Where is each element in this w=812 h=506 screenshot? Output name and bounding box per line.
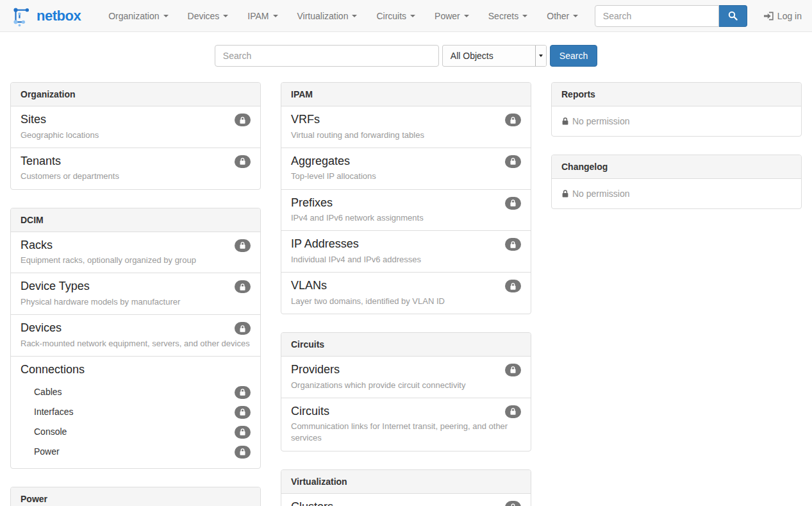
nav-item-power[interactable]: Power [425, 0, 479, 32]
lock-badge [505, 155, 521, 168]
chevron-down-icon [163, 15, 169, 17]
lock-badge [505, 501, 521, 506]
chevron-down-icon [223, 15, 228, 17]
sign-in-icon [764, 12, 774, 21]
sub-item-console[interactable]: Console [21, 422, 251, 442]
reports-no-permission: No permission [552, 106, 801, 136]
lock-badge [505, 364, 521, 376]
netbox-logo-icon [10, 5, 32, 27]
item-title: Aggregates [291, 155, 350, 169]
column-right: Reports No permission Changelog No permi… [551, 82, 802, 227]
navbar-menu: Organization Devices IPAM Virtualization… [99, 0, 588, 32]
panel-heading-power: Power [11, 487, 260, 506]
nav-item-devices[interactable]: Devices [178, 0, 238, 32]
no-permission-label: No permission [572, 189, 629, 199]
item-desc: Virtual routing and forwarding tables [291, 130, 521, 141]
panel-ipam: IPAM VRFs Virtual routing and forwarding… [281, 82, 531, 314]
lock-badge [235, 280, 251, 293]
item-title: Racks [21, 239, 53, 253]
nav-item-virtualization[interactable]: Virtualization [288, 0, 367, 32]
list-item-device-types[interactable]: Device Types Physical hardware models by… [11, 273, 260, 314]
lock-badge [235, 426, 251, 439]
lock-icon [561, 189, 569, 198]
login-label: Log in [777, 11, 802, 21]
panel-heading-virtualization: Virtualization [281, 470, 531, 494]
item-desc: Customers or departments [21, 171, 251, 182]
nav-item-ipam[interactable]: IPAM [238, 0, 287, 32]
list-item-sites[interactable]: Sites Geographic locations [11, 106, 260, 148]
connections-sub-list: Cables Interfaces Console Power [21, 382, 251, 462]
lock-badge [235, 446, 251, 459]
object-type-selected-value: All Objects [443, 51, 535, 61]
navbar: netbox Organization Devices IPAM Virtual… [0, 0, 812, 32]
list-item-vlans[interactable]: VLANs Layer two domains, identified by V… [281, 272, 531, 314]
chevron-down-icon [522, 15, 527, 17]
nav-item-secrets[interactable]: Secrets [479, 0, 537, 32]
lock-badge [235, 386, 251, 399]
lock-badge [505, 280, 521, 292]
panel-virtualization: Virtualization Clusters [281, 469, 531, 506]
global-search-bar: All Objects Search [0, 45, 812, 67]
no-permission-label: No permission [572, 116, 629, 126]
list-item-aggregates[interactable]: Aggregates Top-level IP allocations [281, 148, 531, 189]
item-title: Devices [21, 321, 62, 335]
list-item-ip-addresses[interactable]: IP Addresses Individual IPv4 and IPv6 ad… [281, 230, 531, 272]
list-item-racks[interactable]: Racks Equipment racks, optionally organi… [11, 232, 260, 273]
list-item-prefixes[interactable]: Prefixes IPv4 and IPv6 network assignmen… [281, 189, 531, 231]
dashboard-content: Organization Sites Geographic locations … [10, 82, 802, 506]
select-caret-zone [535, 46, 546, 66]
panel-heading-organization: Organization [11, 83, 260, 106]
nav-item-other[interactable]: Other [537, 0, 588, 32]
lock-badge [235, 406, 251, 419]
chevron-down-icon [273, 15, 278, 17]
sub-item-power[interactable]: Power [21, 442, 251, 462]
item-desc: Layer two domains, identified by VLAN ID [291, 296, 521, 307]
list-item-devices[interactable]: Devices Rack-mounted network equipment, … [11, 314, 260, 356]
item-desc: Equipment racks, optionally organized by… [21, 255, 251, 266]
sub-item-cables[interactable]: Cables [21, 382, 251, 402]
netbox-brand[interactable]: netbox [10, 5, 81, 27]
panel-heading-ipam: IPAM [281, 83, 531, 106]
caret-down-icon [539, 55, 543, 57]
item-desc: IPv4 and IPv6 network assignments [291, 212, 521, 224]
item-title: IP Addresses [291, 237, 359, 251]
item-desc: Geographic locations [21, 130, 251, 141]
list-item-vrfs[interactable]: VRFs Virtual routing and forwarding tabl… [281, 106, 531, 148]
nav-item-circuits[interactable]: Circuits [367, 0, 425, 32]
list-item-providers[interactable]: Providers Organizations which provide ci… [281, 357, 531, 398]
item-title: Connections [21, 363, 85, 377]
chevron-down-icon [410, 15, 415, 17]
list-item-tenants[interactable]: Tenants Customers or departments [11, 148, 260, 189]
lock-icon [561, 117, 569, 126]
item-title: Providers [291, 363, 340, 377]
item-title: Sites [21, 113, 46, 127]
item-title: Device Types [21, 280, 90, 294]
navbar-search-button[interactable] [719, 5, 747, 27]
lock-badge [235, 239, 251, 252]
chevron-down-icon [464, 15, 469, 17]
sub-item-interfaces[interactable]: Interfaces [21, 402, 251, 422]
panel-organization: Organization Sites Geographic locations … [10, 82, 261, 190]
column-left: Organization Sites Geographic locations … [10, 82, 261, 506]
chevron-down-icon [352, 15, 357, 17]
item-title: Prefixes [291, 196, 333, 210]
lock-badge [235, 322, 251, 335]
item-desc: Communication links for Internet transit… [291, 421, 521, 444]
item-title: Clusters [291, 500, 333, 506]
panel-changelog: Changelog No permission [551, 155, 802, 209]
item-title: Tenants [21, 155, 61, 169]
item-title: VRFs [291, 113, 320, 127]
panel-heading-circuits: Circuits [281, 333, 531, 357]
object-type-select[interactable]: All Objects [442, 45, 547, 67]
navbar-search-input[interactable] [595, 5, 719, 27]
panel-dcim: DCIM Racks Equipment racks, optionally o… [10, 208, 261, 469]
list-item-clusters[interactable]: Clusters [281, 494, 531, 506]
panel-reports: Reports No permission [551, 82, 802, 137]
global-search-input[interactable] [215, 45, 439, 67]
login-link[interactable]: Log in [764, 11, 802, 21]
nav-item-organization[interactable]: Organization [99, 0, 178, 32]
lock-badge [505, 405, 521, 418]
lock-badge [505, 114, 521, 126]
list-item-circuits[interactable]: Circuits Communication links for Interne… [281, 398, 531, 451]
global-search-button[interactable]: Search [550, 45, 597, 67]
